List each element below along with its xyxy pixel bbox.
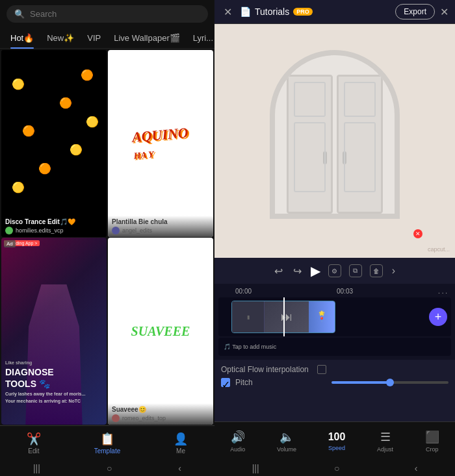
- props-panel: Optical Flow interpolation ✓ Pitch: [214, 360, 455, 421]
- card2-avatar: [112, 227, 120, 234]
- left-nav-back[interactable]: ‹: [178, 463, 181, 473]
- grid-item-2[interactable]: AQUINOHA Y Plantilla Bie chula angel_edi…: [108, 50, 213, 237]
- undo-button[interactable]: ↩: [273, 264, 284, 279]
- tool-audio[interactable]: 🔊 Audio: [230, 430, 245, 453]
- time-start: 00:00: [235, 288, 252, 295]
- right-sys-nav: ||| ○ ‹: [214, 460, 455, 476]
- audio-tool-label: Audio: [230, 446, 245, 453]
- editor-title-group: 📄 Tutorials PRO: [240, 6, 313, 17]
- door-image: [263, 50, 406, 232]
- speed-value: 100: [328, 431, 346, 443]
- audio-icon: 🔊: [231, 430, 245, 444]
- right-nav-bars[interactable]: |||: [252, 463, 259, 473]
- suave-text: SUAVEEE: [131, 324, 190, 339]
- editor-toolbar: 🔊 Audio 🔈 Volume 100 Speed ☰ Adjust ⬛ Cr…: [214, 421, 455, 460]
- card2-author: angel_edits: [122, 227, 152, 234]
- clip-middle: ⏭: [265, 310, 309, 324]
- redo-button[interactable]: ↪: [292, 264, 303, 279]
- clip-skip-icon: ⏭: [281, 310, 292, 324]
- me-icon: 👤: [174, 432, 188, 446]
- right-nav-back[interactable]: ‹: [415, 463, 418, 473]
- left-sys-nav: ||| ○ ‹: [0, 460, 214, 476]
- tool-crop[interactable]: ⬛ Crop: [425, 430, 439, 453]
- tab-new[interactable]: New✨: [42, 31, 79, 45]
- grid-item-4[interactable]: SUAVEEE Suaveee😊 romeo_edits_top: [108, 238, 213, 425]
- grid-item-1[interactable]: 🟡 🟠 🟠 🟡 🟠 🟡 🟠 🟡 Disco Trance Edit🎵🧡 homi…: [1, 50, 107, 237]
- audio-track[interactable]: 🎵 Tap to add music: [218, 338, 451, 356]
- search-input[interactable]: [30, 9, 200, 19]
- door-handle-right: [343, 151, 346, 164]
- remove-clip-button[interactable]: ✕: [413, 229, 422, 238]
- settings-button[interactable]: ⚙: [328, 264, 341, 277]
- template-icon: 📋: [100, 432, 114, 446]
- left-panel: 🔍 Hot🔥 New✨ VIP Live Wallpaper🎬 Lyri... …: [0, 0, 214, 476]
- nav-edit[interactable]: ✂️ Edit: [27, 432, 41, 455]
- pitch-row: ✓ Pitch: [221, 378, 448, 387]
- grid-item-3[interactable]: Trending App > Ad Like sharing DIAGNOSET…: [1, 238, 107, 425]
- tabs-row: Hot🔥 New✨ VIP Live Wallpaper🎬 Lyri...: [0, 28, 214, 49]
- adjust-tool-label: Adjust: [377, 446, 393, 453]
- add-clip-button[interactable]: +: [429, 308, 447, 326]
- doc-icon: 📄: [240, 6, 251, 17]
- pitch-checkbox[interactable]: ✓: [221, 378, 230, 387]
- card2-author-row: angel_edits: [112, 227, 209, 234]
- more-button[interactable]: ›: [391, 264, 396, 278]
- nav-template-label: Template: [94, 447, 121, 455]
- door-arch: [270, 50, 400, 219]
- card1-title: Disco Trance Edit🎵🧡: [5, 218, 103, 225]
- copy-button[interactable]: ⧉: [349, 264, 362, 277]
- volume-tool-label: Volume: [277, 446, 296, 453]
- left-nav-home[interactable]: ○: [107, 463, 112, 473]
- card2-title: Plantilla Bie chula: [112, 218, 209, 225]
- export-button[interactable]: Export: [395, 4, 435, 19]
- tool-adjust[interactable]: ☰ Adjust: [377, 430, 393, 453]
- card4-title: Suaveee😊: [112, 406, 209, 413]
- editor-title: Tutorials: [255, 6, 289, 17]
- tab-live-wallpaper[interactable]: Live Wallpaper🎬: [109, 31, 185, 45]
- editor-header-left: ✕ 📄 Tutorials PRO: [221, 5, 313, 19]
- door-panels: [287, 75, 382, 214]
- speed-tool-label: Speed: [328, 445, 345, 451]
- search-bar[interactable]: 🔍: [6, 5, 208, 23]
- door-panel-left: [287, 75, 333, 214]
- aquino-text: AQUINOHA Y: [131, 124, 190, 162]
- play-button[interactable]: ▶: [311, 263, 320, 279]
- preview-area: ✕ capcut...: [214, 24, 455, 258]
- clip-thumbnail-start: ▮: [232, 301, 265, 332]
- content-grid: 🟡 🟠 🟠 🟡 🟠 🟡 🟠 🟡 Disco Trance Edit🎵🧡 homi…: [0, 49, 214, 425]
- time-end: . . .: [438, 288, 447, 295]
- watermark: capcut...: [428, 246, 450, 253]
- card1-avatar: [5, 227, 13, 234]
- edit-icon: ✂️: [27, 432, 41, 446]
- tool-speed[interactable]: 100 Speed: [328, 431, 346, 451]
- door-panel-right: [337, 75, 383, 214]
- card1-info: Disco Trance Edit🎵🧡 homilies.edits_vcp: [1, 216, 107, 237]
- tab-hot[interactable]: Hot🔥: [5, 31, 39, 45]
- nav-me[interactable]: 👤 Me: [174, 432, 188, 455]
- close-button[interactable]: ✕: [221, 5, 235, 19]
- timeline-cursor: [283, 297, 285, 336]
- search-icon: 🔍: [14, 9, 25, 19]
- clip-end: 🌟📍: [309, 301, 335, 332]
- optical-flow-label: Optical Flow interpolation: [221, 365, 312, 374]
- door-handle-left: [323, 151, 327, 164]
- card4-avatar: [112, 414, 120, 422]
- card1-author-row: homilies.edits_vcp: [5, 227, 103, 234]
- right-nav-home[interactable]: ○: [334, 463, 339, 473]
- optical-flow-checkbox[interactable]: [317, 365, 326, 374]
- pitch-slider[interactable]: [332, 381, 448, 384]
- crop-tool-label: Crop: [426, 446, 439, 453]
- header-x-button[interactable]: ✕: [440, 6, 448, 18]
- delete-button[interactable]: 🗑: [370, 264, 383, 277]
- tool-volume[interactable]: 🔈 Volume: [277, 430, 296, 453]
- adjust-icon: ☰: [380, 430, 391, 444]
- card1-author: homilies.edits_vcp: [16, 227, 64, 234]
- tab-lyri[interactable]: Lyri...: [188, 31, 218, 45]
- nav-me-label: Me: [176, 447, 185, 455]
- card4-author: romeo_edits_top: [122, 415, 166, 421]
- nav-template[interactable]: 📋 Template: [94, 432, 121, 455]
- timeline-video-track[interactable]: ▮ ⏭ 🌟📍 +: [218, 297, 451, 336]
- left-nav-bars[interactable]: |||: [33, 463, 40, 473]
- tab-vip[interactable]: VIP: [82, 31, 106, 45]
- card4-info: Suaveee😊 romeo_edits_top: [108, 403, 213, 425]
